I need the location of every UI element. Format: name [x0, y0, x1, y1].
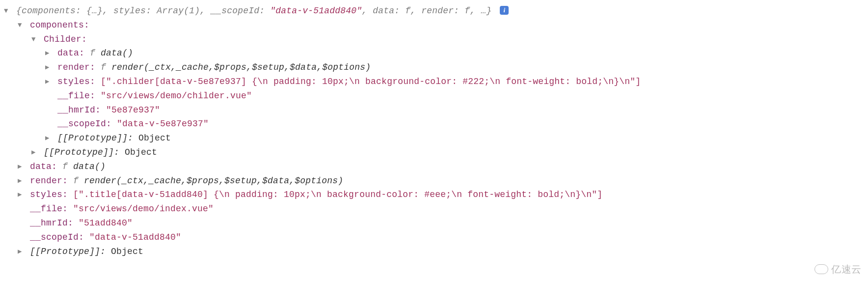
- prop-row-components[interactable]: ▼ components:: [2, 18, 866, 32]
- summary-key-styles: styles: [113, 6, 146, 16]
- summary-val-styles: Array(1): [157, 6, 200, 16]
- prop-row-childer[interactable]: ▼ Childer:: [2, 32, 866, 47]
- function-keyword: f: [62, 162, 73, 171]
- watermark-text: 亿速云: [831, 261, 861, 262]
- summary-val-scopeid: "data-v-51add840": [270, 6, 362, 16]
- object-summary-row[interactable]: ▼ {components: {…}, styles: Array(1), __…: [2, 4, 866, 18]
- collapse-arrow-icon[interactable]: ▶: [31, 147, 38, 158]
- prop-row-childer-file[interactable]: __file: "src/views/demo/childer.vue": [2, 89, 866, 103]
- watermark: 亿速云: [814, 261, 861, 262]
- prop-key: [[Prototype]]:: [44, 147, 119, 157]
- expand-arrow-icon[interactable]: ▼: [4, 5, 11, 16]
- info-icon[interactable]: i: [500, 6, 509, 15]
- prop-row-scopeid[interactable]: __scopeId: "data-v-51add840": [2, 230, 866, 245]
- collapse-arrow-icon[interactable]: ▶: [45, 76, 52, 87]
- prop-key: __file:: [57, 91, 95, 101]
- prop-key: styles:: [57, 77, 95, 86]
- summary-key-data: data: [373, 6, 394, 16]
- prop-value: "data-v-51add840": [84, 232, 181, 242]
- prop-key: __hmrId:: [30, 218, 73, 228]
- prop-key: [[Prototype]]:: [57, 133, 133, 143]
- collapse-arrow-icon[interactable]: ▶: [18, 189, 25, 200]
- collapse-arrow-icon[interactable]: ▶: [45, 133, 52, 143]
- function-signature: data(): [73, 162, 106, 171]
- prop-row-hmrid[interactable]: __hmrId: "51add840": [2, 216, 866, 230]
- prop-key: __scopeId:: [30, 232, 84, 242]
- summary-val-render: f: [464, 6, 470, 16]
- function-keyword: f: [90, 48, 101, 58]
- prop-value: Object: [133, 133, 171, 143]
- prop-value: [".title[data-v-51add840] {\n padding: 1…: [68, 190, 602, 199]
- prop-row-styles[interactable]: ▶ styles: [".title[data-v-51add840] {\n …: [2, 188, 866, 202]
- prop-row-data[interactable]: ▶ data: f data(): [2, 160, 866, 174]
- prop-row-render[interactable]: ▶ render: f render(_ctx,_cache,$props,$s…: [2, 174, 866, 188]
- function-signature: render(_ctx,_cache,$props,$setup,$data,$…: [111, 62, 371, 72]
- prop-key: Childer:: [44, 34, 87, 44]
- function-signature: render(_ctx,_cache,$props,$setup,$data,$…: [84, 176, 343, 186]
- expand-arrow-icon[interactable]: ▼: [18, 20, 25, 30]
- prop-value: "src/views/demo/index.vue": [68, 204, 214, 214]
- function-keyword: f: [73, 176, 84, 186]
- function-signature: data(): [101, 48, 133, 58]
- prop-row-prototype[interactable]: ▶ [[Prototype]]: Object: [2, 245, 866, 259]
- prop-key: __file:: [30, 204, 68, 214]
- prop-key: [[Prototype]]:: [30, 247, 106, 256]
- summary-val-components: {…}: [86, 6, 103, 16]
- collapse-arrow-icon[interactable]: ▶: [45, 48, 52, 58]
- prop-row-childer-scopeid[interactable]: __scopeId: "data-v-5e87e937": [2, 117, 866, 131]
- collapse-arrow-icon[interactable]: ▶: [18, 175, 25, 186]
- prop-row-childer-styles[interactable]: ▶ styles: [".childer[data-v-5e87e937] {\…: [2, 75, 866, 89]
- prop-value: "51add840": [73, 218, 133, 228]
- prop-row-file[interactable]: __file: "src/views/demo/index.vue": [2, 202, 866, 216]
- brace-open: {: [16, 6, 22, 16]
- prop-row-childer-prototype[interactable]: ▶ [[Prototype]]: Object: [2, 131, 866, 145]
- prop-key: styles:: [30, 190, 68, 199]
- collapse-arrow-icon[interactable]: ▶: [45, 62, 52, 73]
- prop-value: "src/views/demo/childer.vue": [95, 91, 252, 101]
- prop-key: data:: [30, 162, 57, 171]
- prop-key: render:: [57, 62, 95, 72]
- prop-row-components-prototype[interactable]: ▶ [[Prototype]]: Object: [2, 145, 866, 160]
- summary-key-components: components: [22, 6, 76, 16]
- prop-row-childer-hmrid[interactable]: __hmrId: "5e87e937": [2, 103, 866, 117]
- prop-value: Object: [106, 247, 143, 256]
- prop-key: __scopeId:: [57, 119, 111, 129]
- prop-key: components:: [30, 20, 89, 30]
- summary-val-data: f: [405, 6, 410, 16]
- function-keyword: f: [101, 62, 111, 72]
- prop-key: data:: [57, 48, 84, 58]
- collapse-arrow-icon[interactable]: ▶: [18, 161, 25, 172]
- summary-key-render: render: [421, 6, 454, 16]
- prop-value: "data-v-5e87e937": [111, 119, 209, 129]
- prop-value: "5e87e937": [101, 105, 160, 115]
- prop-row-childer-render[interactable]: ▶ render: f render(_ctx,_cache,$props,$s…: [2, 60, 866, 75]
- summary-suffix: , …}: [470, 6, 491, 16]
- collapse-arrow-icon[interactable]: ▶: [18, 246, 25, 257]
- prop-key: __hmrId:: [57, 105, 101, 115]
- expand-arrow-icon[interactable]: ▼: [31, 34, 38, 45]
- prop-value: [".childer[data-v-5e87e937] {\n padding:…: [95, 77, 641, 86]
- prop-value: Object: [119, 147, 157, 157]
- summary-key-scopeid: __scopeId: [211, 6, 259, 16]
- prop-key: render:: [30, 176, 68, 186]
- prop-row-childer-data[interactable]: ▶ data: f data(): [2, 46, 866, 60]
